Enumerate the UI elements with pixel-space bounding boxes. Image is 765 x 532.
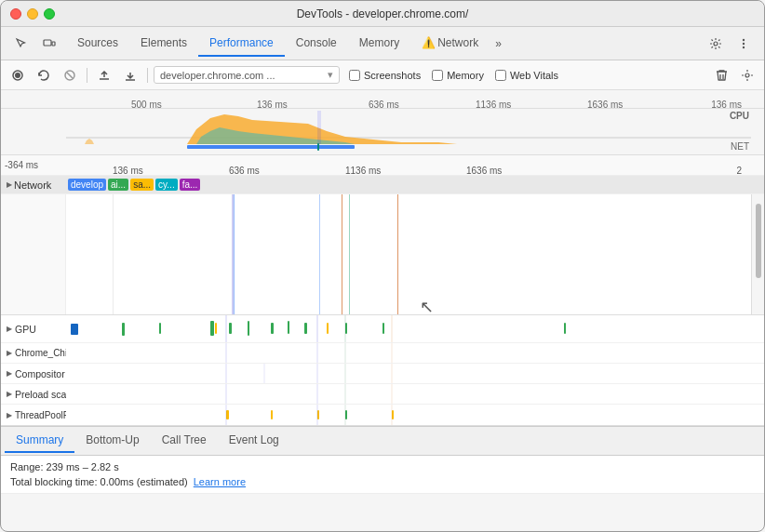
- compositor-label-text: Compositor: [15, 368, 65, 379]
- memory-checkbox[interactable]: [432, 70, 443, 81]
- svg-point-3: [743, 38, 745, 40]
- compositor-label[interactable]: ▶ Compositor: [1, 368, 66, 379]
- bottom-info-panel: Range: 239 ms – 2.82 s Total blocking ti…: [1, 456, 764, 494]
- tab-console[interactable]: Console: [285, 31, 348, 57]
- tab-performance[interactable]: Performance: [198, 31, 285, 57]
- cursor-icon: ↖: [420, 297, 434, 315]
- childio-expand-arrow: ▶: [7, 349, 12, 357]
- network-label-text: Network: [14, 180, 51, 191]
- reload-record-button[interactable]: [33, 64, 55, 86]
- webvitals-checkbox-label[interactable]: Web Vitals: [495, 70, 558, 81]
- gpu-timeline: [66, 315, 764, 342]
- clear-button[interactable]: [59, 64, 81, 86]
- tab-bottom-up[interactable]: Bottom-Up: [74, 429, 150, 453]
- net-item-4: fa...: [180, 179, 201, 191]
- preload-expand-arrow: ▶: [7, 390, 12, 398]
- thread-row-gpu: ▶ GPU: [1, 315, 764, 343]
- checkbox-group: Screenshots Memory Web Vitals: [349, 70, 558, 81]
- thread-row-compositor: ▶ Compositor: [1, 364, 764, 384]
- cpu-net-area: CPU NET: [1, 109, 764, 155]
- tab-network[interactable]: ⚠️Network: [410, 31, 490, 57]
- ruler-mark-3: 636 ms: [369, 100, 399, 110]
- traffic-lights: [10, 8, 55, 20]
- tab-summary[interactable]: Summary: [5, 429, 74, 453]
- upload-button[interactable]: [93, 64, 115, 86]
- maximize-button[interactable]: [44, 8, 55, 20]
- toolbar-settings-button[interactable]: [736, 64, 758, 86]
- tab-sources[interactable]: Sources: [66, 31, 129, 57]
- vgrid-orange-1: [342, 194, 342, 314]
- gpu-label[interactable]: ▶ GPU: [1, 324, 66, 335]
- settings-button[interactable]: [703, 31, 729, 57]
- title-bar: DevTools - developer.chrome.com/: [1, 1, 764, 27]
- clear-profile-button[interactable]: [710, 64, 732, 86]
- tab-event-log[interactable]: Event Log: [218, 429, 290, 453]
- tab-memory[interactable]: Memory: [348, 31, 410, 57]
- close-button[interactable]: [10, 8, 21, 20]
- thread-row-preload: ▶ Preload scanner: [1, 384, 764, 405]
- vgrid-green: [349, 194, 350, 314]
- preload-timeline: [66, 384, 764, 404]
- toolbar-separator-2: [147, 68, 148, 83]
- svg-rect-30: [71, 324, 78, 335]
- svg-rect-25: [288, 321, 289, 334]
- thread-row-threadpool: ▶ ThreadPoolForegroundWorker: [1, 405, 764, 425]
- network-track-label[interactable]: ▶ Network: [1, 180, 66, 191]
- toolbar-right: [710, 64, 758, 86]
- webvitals-checkbox[interactable]: [495, 70, 506, 81]
- svg-point-7: [15, 73, 20, 78]
- more-options-button[interactable]: [731, 31, 757, 57]
- device-toggle-button[interactable]: [36, 31, 62, 57]
- childio-label[interactable]: ▶ Chrome_ChildIOThread: [1, 348, 66, 358]
- net-chart: NET: [66, 141, 751, 151]
- record-button[interactable]: [7, 64, 29, 86]
- toolbar-separator-1: [87, 68, 87, 83]
- screenshots-label: Screenshots: [364, 70, 421, 81]
- network-track-row: ▶ Network develop ai... sa... cy... fa..…: [1, 176, 764, 194]
- svg-rect-26: [304, 323, 307, 334]
- childio-timeline: [66, 343, 764, 363]
- preload-label[interactable]: ▶ Preload scanner: [1, 389, 66, 400]
- minimize-button[interactable]: [27, 8, 38, 20]
- childio-label-text: Chrome_ChildIOThread: [15, 348, 66, 358]
- vgrid-orange-2: [397, 194, 398, 314]
- url-text: developer.chrome.com ...: [160, 70, 324, 81]
- learn-more-link[interactable]: Learn more: [194, 476, 246, 487]
- webvitals-label: Web Vitals: [510, 70, 558, 81]
- svg-rect-24: [271, 323, 274, 334]
- inspect-element-button[interactable]: [8, 31, 34, 57]
- screenshots-checkbox-label[interactable]: Screenshots: [349, 70, 421, 81]
- screenshots-checkbox[interactable]: [349, 70, 360, 81]
- tab-elements[interactable]: Elements: [129, 31, 198, 57]
- net-item-1: ai...: [108, 179, 128, 191]
- bottom-tab-bar: Summary Bottom-Up Call Tree Event Log: [1, 426, 764, 456]
- url-dropdown-icon[interactable]: ▾: [328, 69, 333, 81]
- vgrid-1: [113, 194, 114, 314]
- gpu-label-text: GPU: [15, 324, 36, 335]
- download-button[interactable]: [119, 64, 141, 86]
- scrollbar-thumb[interactable]: [756, 204, 761, 278]
- threadpool-timeline: [66, 405, 764, 425]
- url-filter-bar[interactable]: developer.chrome.com ... ▾: [154, 66, 340, 84]
- svg-rect-17: [317, 143, 319, 151]
- memory-checkbox-label[interactable]: Memory: [432, 70, 484, 81]
- compositor-expand-arrow: ▶: [7, 369, 12, 378]
- time-mark-5: 2: [736, 166, 742, 176]
- svg-rect-31: [564, 323, 566, 334]
- net-item-3: cy...: [155, 179, 178, 191]
- tab-bar-left-icons: [5, 31, 66, 57]
- threadpool-label[interactable]: ▶ ThreadPoolForegroundWorker: [1, 410, 66, 420]
- svg-point-4: [743, 42, 745, 44]
- tab-call-tree[interactable]: Call Tree: [151, 429, 218, 453]
- time-mark-1: 136 ms: [113, 166, 143, 176]
- time-axis: -364 ms 136 ms 636 ms 1136 ms 1636 ms 2: [1, 155, 764, 176]
- ruler-mark-4: 1136 ms: [476, 100, 511, 110]
- timeline-ruler: 500 ms 136 ms 636 ms 1136 ms 1636 ms 136…: [1, 90, 764, 109]
- scrollbar-right[interactable]: [751, 194, 764, 314]
- svg-point-10: [745, 73, 749, 77]
- svg-point-5: [743, 46, 745, 47]
- gpu-expand-arrow: ▶: [7, 325, 12, 333]
- more-tabs-button[interactable]: »: [490, 33, 507, 54]
- ruler-mark-6: 136 ms: [711, 100, 742, 110]
- range-text: Range: 239 ms – 2.82 s: [10, 461, 119, 472]
